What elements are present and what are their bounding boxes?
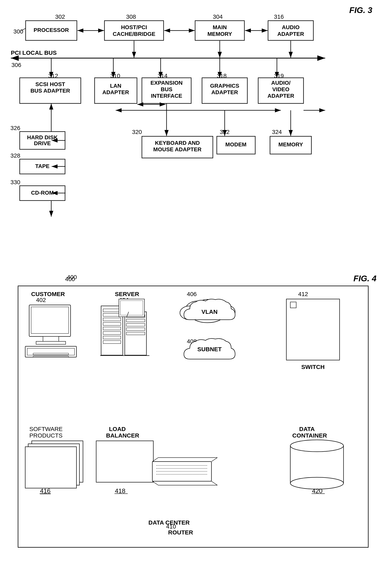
- svg-text:SUBNET: SUBNET: [197, 346, 222, 352]
- svg-rect-11: [195, 21, 244, 40]
- svg-text:MEMORY: MEMORY: [278, 141, 303, 148]
- svg-rect-95: [27, 348, 74, 355]
- svg-text:MEMORY: MEMORY: [208, 31, 232, 37]
- svg-text:HOST/PCI: HOST/PCI: [121, 24, 147, 30]
- svg-text:316: 316: [274, 13, 284, 20]
- svg-text:312: 312: [48, 72, 58, 79]
- svg-text:SOFTWARE: SOFTWARE: [29, 426, 63, 432]
- svg-text:ADAPTER: ADAPTER: [267, 93, 294, 99]
- svg-text:VLAN: VLAN: [202, 308, 218, 315]
- svg-text:319: 319: [274, 72, 284, 79]
- svg-rect-6: [26, 21, 77, 40]
- fig3-title: FIG. 3: [349, 6, 372, 15]
- svg-text:CACHE/BRIDGE: CACHE/BRIDGE: [113, 31, 155, 37]
- svg-text:304: 304: [213, 13, 223, 20]
- svg-text:CD-ROM: CD-ROM: [31, 190, 54, 196]
- svg-text:322: 322: [220, 129, 230, 135]
- svg-text:318: 318: [217, 72, 227, 79]
- svg-text:412: 412: [298, 291, 308, 297]
- svg-text:310: 310: [110, 72, 120, 79]
- svg-text:410: 410: [166, 523, 176, 530]
- svg-text:LOAD: LOAD: [109, 426, 126, 432]
- svg-rect-144: [96, 441, 153, 482]
- svg-rect-14: [268, 21, 313, 40]
- svg-text:MOUSE ADAPTER: MOUSE ADAPTER: [153, 146, 202, 152]
- fig4-outer-box: 400 CUSTOMER 402 SERVER 404: [18, 286, 368, 548]
- svg-rect-48: [202, 78, 247, 104]
- svg-rect-68: [20, 159, 65, 174]
- svg-text:DRIVE: DRIVE: [34, 140, 51, 146]
- svg-text:GRAPHICS: GRAPHICS: [210, 83, 239, 89]
- svg-text:420: 420: [312, 487, 322, 494]
- svg-text:BUS ADAPTER: BUS ADAPTER: [30, 88, 70, 94]
- svg-rect-41: [95, 78, 137, 104]
- svg-text:AUDIO: AUDIO: [282, 24, 299, 30]
- fig4-ref-400-label: 400: [65, 276, 75, 282]
- svg-rect-72: [20, 186, 65, 200]
- svg-text:328: 328: [11, 152, 20, 159]
- svg-text:VIDEO: VIDEO: [272, 86, 289, 92]
- svg-text:MODEM: MODEM: [225, 141, 246, 148]
- svg-line-1: [21, 27, 29, 31]
- svg-text:302: 302: [55, 13, 65, 20]
- svg-text:PRODUCTS: PRODUCTS: [29, 432, 62, 439]
- svg-line-155: [212, 481, 217, 485]
- svg-text:326: 326: [11, 125, 20, 131]
- svg-text:300: 300: [13, 28, 23, 35]
- svg-text:HARD DISK: HARD DISK: [27, 134, 58, 140]
- svg-rect-84: [270, 136, 311, 154]
- svg-text:314: 314: [158, 72, 167, 79]
- svg-text:AUDIO/: AUDIO/: [271, 80, 290, 86]
- svg-rect-116: [120, 301, 143, 315]
- svg-text:SCSI HOST: SCSI HOST: [36, 81, 65, 87]
- svg-text:ADAPTER: ADAPTER: [277, 31, 304, 37]
- svg-text:330: 330: [11, 179, 20, 185]
- svg-rect-133: [290, 302, 296, 308]
- svg-text:418: 418: [115, 487, 125, 494]
- svg-text:ADAPTER: ADAPTER: [211, 89, 238, 95]
- svg-rect-81: [217, 136, 255, 154]
- svg-text:324: 324: [272, 129, 282, 135]
- svg-text:416: 416: [40, 487, 50, 494]
- svg-rect-93: [36, 341, 66, 344]
- svg-rect-139: [25, 447, 76, 488]
- fig3-diagram: 300 302 308 304 316 PROCESSOR HOST/PCI C…: [0, 0, 392, 272]
- svg-rect-51: [258, 78, 304, 104]
- page: FIG. 3 300 302 308 304 316 PROCESSOR HOS…: [0, 0, 392, 562]
- svg-text:308: 308: [126, 13, 136, 20]
- svg-text:MAIN: MAIN: [213, 24, 227, 30]
- svg-rect-132: [286, 299, 340, 360]
- svg-text:320: 320: [132, 129, 142, 135]
- svg-text:SWITCH: SWITCH: [301, 364, 325, 370]
- svg-rect-109: [125, 312, 146, 355]
- svg-text:402: 402: [36, 297, 46, 303]
- svg-rect-38: [20, 78, 81, 104]
- svg-rect-77: [142, 136, 213, 158]
- svg-text:LAN: LAN: [110, 83, 121, 89]
- svg-rect-91: [31, 307, 69, 333]
- svg-text:306: 306: [12, 62, 21, 68]
- svg-text:CONTAINER: CONTAINER: [292, 432, 327, 439]
- svg-text:EXPANSION: EXPANSION: [151, 80, 183, 86]
- fig4-svg: 400 CUSTOMER 402 SERVER 404: [18, 286, 369, 548]
- svg-text:CUSTOMER: CUSTOMER: [31, 291, 65, 297]
- svg-text:SERVER: SERVER: [115, 291, 139, 297]
- svg-line-159: [212, 457, 217, 462]
- svg-line-154: [152, 481, 158, 485]
- svg-text:BUS: BUS: [161, 86, 172, 92]
- svg-text:PCI LOCAL BUS: PCI LOCAL BUS: [11, 49, 57, 56]
- svg-text:ROUTER: ROUTER: [168, 529, 193, 536]
- svg-text:KEYBOARD AND: KEYBOARD AND: [155, 140, 200, 146]
- fig4-title: FIG. 4: [353, 274, 376, 283]
- svg-text:PROCESSOR: PROCESSOR: [34, 27, 69, 33]
- svg-rect-8: [105, 21, 164, 40]
- svg-rect-44: [142, 78, 191, 104]
- svg-text:406: 406: [187, 291, 197, 297]
- svg-text:INTERFACE: INTERFACE: [151, 93, 182, 99]
- svg-text:DATA: DATA: [299, 426, 315, 432]
- svg-point-165: [290, 440, 344, 452]
- svg-text:TAPE: TAPE: [35, 163, 50, 169]
- svg-rect-63: [20, 132, 65, 149]
- svg-text:BALANCER: BALANCER: [106, 432, 139, 439]
- svg-rect-92: [43, 337, 59, 341]
